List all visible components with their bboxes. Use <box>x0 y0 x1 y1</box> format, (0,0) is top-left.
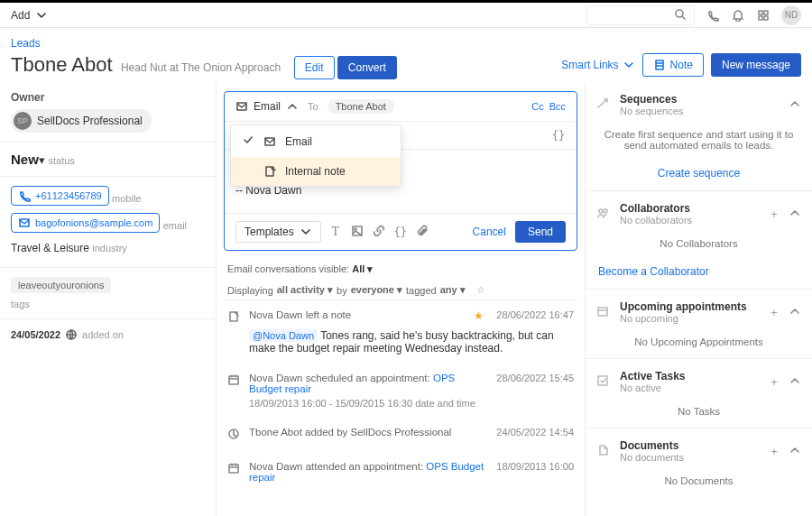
panel-appointments: Upcoming appointments No upcoming ＋ No U… <box>586 290 812 359</box>
activity-item: Tbone Abot added by SellDocs Professiona… <box>224 418 577 452</box>
add-icon[interactable]: ＋ <box>769 374 780 390</box>
owner-label: Owner <box>11 91 205 104</box>
email-icon <box>18 217 31 229</box>
left-sidebar: Owner SP SellDocs Professional New▾ stat… <box>0 82 217 516</box>
menu-internal-note-option[interactable]: Internal note <box>231 157 401 186</box>
send-button[interactable]: Send <box>515 221 566 243</box>
compose-type-dropdown[interactable]: Email <box>235 100 299 113</box>
email-icon <box>235 100 248 113</box>
svg-rect-1 <box>759 11 762 14</box>
main-column: Email To Tbone Abot Cc Bcc Email <box>217 82 585 516</box>
panel-collaborators: Collaborators No collaborators ＋ No Coll… <box>586 191 812 290</box>
compose-type-menu: Email Internal note <box>230 124 401 187</box>
collapse-icon[interactable] <box>789 97 801 113</box>
svg-rect-16 <box>598 308 607 316</box>
recipient-chip[interactable]: Tbone Abot <box>328 99 394 114</box>
search-input[interactable] <box>586 5 695 25</box>
timestamp: 28/06/2022 15:45 <box>496 373 574 383</box>
breadcrumb[interactable]: Leads <box>11 37 397 50</box>
svg-point-15 <box>604 209 607 213</box>
image-icon[interactable] <box>350 225 364 240</box>
svg-point-14 <box>599 209 603 213</box>
bell-icon[interactable] <box>731 8 745 23</box>
timestamp: 28/06/2022 16:47 <box>496 309 574 320</box>
become-collaborator-link[interactable]: Become a Collaborator <box>586 260 812 289</box>
edit-button[interactable]: Edit <box>294 56 335 79</box>
activity-filter: Displaying all activity ▾ by everyone ▾ … <box>224 281 577 300</box>
chevron-down-icon <box>35 9 48 22</box>
note-icon <box>263 165 276 178</box>
documents-icon <box>596 444 611 459</box>
cancel-button[interactable]: Cancel <box>473 226 506 238</box>
tags-caption: tags <box>11 299 205 309</box>
create-sequence-link[interactable]: Create sequence <box>586 161 812 190</box>
phone-chip[interactable]: +61123456789 <box>11 186 109 206</box>
filter-any[interactable]: any ▾ <box>440 284 466 296</box>
collapse-icon[interactable] <box>789 207 801 222</box>
collapse-icon[interactable] <box>789 444 801 459</box>
owner-name: SellDocs Professional <box>37 115 143 127</box>
cc-button[interactable]: Cc <box>531 101 543 112</box>
tag-chip[interactable]: leaveoutyouronions <box>11 277 111 293</box>
email-chip[interactable]: bagofonions@sample.com <box>11 213 160 233</box>
right-sidebar: Sequences No sequences Create first sequ… <box>585 82 812 516</box>
lead-subtitle: Head Nut at The Onion Approach <box>121 61 281 74</box>
star-icon[interactable]: ★ <box>474 309 484 322</box>
svg-rect-2 <box>764 11 768 14</box>
add-label: Add <box>11 9 30 22</box>
convert-button[interactable]: Convert <box>337 56 397 79</box>
page-header: Leads Tbone Abot Head Nut at The Onion A… <box>0 28 812 82</box>
new-message-button[interactable]: New message <box>711 53 801 77</box>
templates-button[interactable]: Templates <box>235 221 321 243</box>
industry-value: Travel & Leisure <box>11 242 89 254</box>
calendar-icon <box>227 373 242 389</box>
search-icon <box>674 8 688 23</box>
text-format-icon[interactable]: T <box>328 225 343 239</box>
variables-icon[interactable]: {} <box>393 226 408 238</box>
phone-icon[interactable] <box>706 8 720 23</box>
link-icon[interactable] <box>372 225 386 240</box>
menu-email-option[interactable]: Email <box>231 125 401 157</box>
panel-tasks: Active Tasks No active ＋ No Tasks <box>586 359 812 428</box>
calendar-icon <box>227 462 242 477</box>
mention[interactable]: @Nova Dawn <box>249 329 318 342</box>
svg-rect-4 <box>764 16 768 20</box>
svg-rect-17 <box>598 376 607 385</box>
note-button[interactable]: Note <box>642 53 704 77</box>
smart-links-menu[interactable]: Smart Links <box>561 59 634 71</box>
added-date: 24/05/2022 <box>11 329 60 340</box>
collaborators-icon <box>596 207 611 222</box>
svg-rect-13 <box>229 465 238 473</box>
email-composer: Email To Tbone Abot Cc Bcc Email <box>224 91 577 251</box>
tasks-icon <box>596 374 611 390</box>
panel-documents: Documents No documents ＋ No Documents <box>586 428 812 497</box>
note-icon <box>227 310 242 326</box>
lead-name: Tbone Abot <box>11 53 113 76</box>
filter-activity[interactable]: all activity ▾ <box>277 284 333 296</box>
to-label: To <box>308 101 318 112</box>
chevron-down-icon <box>300 226 312 238</box>
svg-point-10 <box>355 228 356 230</box>
timestamp: 24/05/2022 14:54 <box>496 427 574 438</box>
topbar: Add ND <box>0 0 812 28</box>
globe-icon <box>65 328 78 341</box>
apps-icon[interactable] <box>756 8 770 23</box>
chevron-up-icon <box>286 100 299 113</box>
user-avatar[interactable]: ND <box>781 5 801 25</box>
braces-icon[interactable]: {} <box>551 129 566 142</box>
panel-sequences: Sequences No sequences Create first sequ… <box>586 82 812 191</box>
svg-rect-3 <box>759 16 762 20</box>
collapse-icon[interactable] <box>789 305 801 320</box>
collapse-icon[interactable] <box>789 374 801 390</box>
owner-chip[interactable]: SP SellDocs Professional <box>11 109 152 133</box>
filter-everyone[interactable]: everyone ▾ <box>351 284 402 296</box>
status-dropdown[interactable]: New▾ status <box>11 152 205 167</box>
attachment-icon[interactable] <box>415 225 429 240</box>
add-menu[interactable]: Add <box>11 9 48 22</box>
add-icon[interactable]: ＋ <box>769 207 780 222</box>
bcc-button[interactable]: Bcc <box>549 101 566 112</box>
star-filter-icon[interactable]: ☆ <box>476 284 485 296</box>
add-icon[interactable]: ＋ <box>769 305 780 320</box>
add-icon[interactable]: ＋ <box>769 444 780 459</box>
note-icon <box>653 59 666 71</box>
